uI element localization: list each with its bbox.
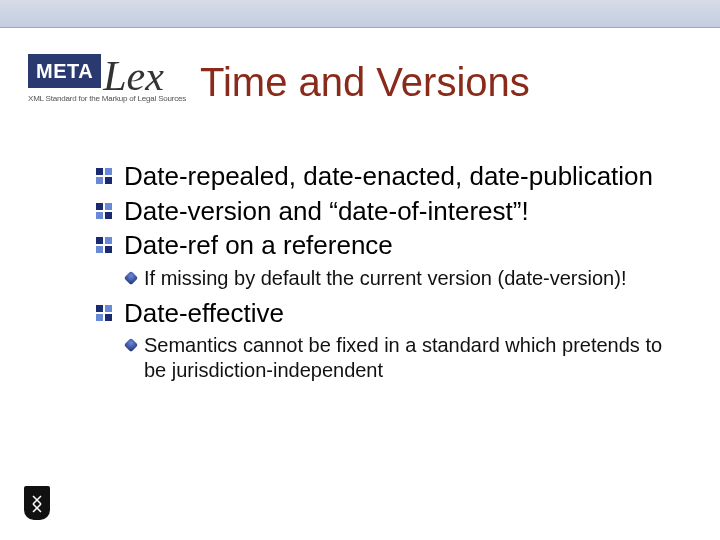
bullet-level2: Semantics cannot be fixed in a standard … — [126, 333, 680, 383]
svg-rect-0 — [96, 168, 103, 175]
svg-rect-14 — [96, 314, 103, 321]
bullet-icon — [96, 305, 112, 321]
bullet-level1: Date-effective — [96, 297, 680, 330]
svg-rect-13 — [105, 305, 112, 312]
svg-rect-12 — [96, 305, 103, 312]
metalex-logo: META Lex XML Standard for the Markup of … — [28, 54, 188, 103]
svg-rect-7 — [105, 212, 112, 219]
slide-content: Date-repealed, date-enacted, date-public… — [96, 160, 680, 389]
bullet-level2: If missing by default the current versio… — [126, 266, 680, 291]
bullet-icon — [96, 203, 112, 219]
svg-rect-9 — [105, 237, 112, 244]
logo-top-row: META Lex — [28, 54, 188, 88]
bullet-level1: Date-ref on a reference — [96, 229, 680, 262]
slide-title: Time and Versions — [200, 60, 530, 105]
svg-rect-8 — [96, 237, 103, 244]
svg-rect-6 — [96, 212, 103, 219]
logo-meta-box: META — [28, 54, 101, 88]
svg-rect-2 — [96, 177, 103, 184]
bullet-text: Date-effective — [124, 298, 284, 328]
svg-rect-10 — [96, 246, 103, 253]
svg-rect-15 — [105, 314, 112, 321]
bullet-icon — [96, 237, 112, 253]
emblem-icon — [29, 492, 45, 514]
bullet-level1: Date-repealed, date-enacted, date-public… — [96, 160, 680, 193]
bullet-text: Date-ref on a reference — [124, 230, 393, 260]
svg-rect-4 — [96, 203, 103, 210]
svg-rect-5 — [105, 203, 112, 210]
svg-rect-1 — [105, 168, 112, 175]
bullet-level1: Date-version and “date-of-interest”! — [96, 195, 680, 228]
svg-rect-3 — [105, 177, 112, 184]
svg-rect-11 — [105, 246, 112, 253]
window-top-bar — [0, 0, 720, 28]
logo-lex-script: Lex — [103, 60, 164, 94]
bullet-icon — [96, 168, 112, 184]
bullet-text: Date-version and “date-of-interest”! — [124, 196, 529, 226]
bullet-text: Date-repealed, date-enacted, date-public… — [124, 161, 653, 191]
subbullet-text: Semantics cannot be fixed in a standard … — [144, 334, 662, 381]
subbullet-text: If missing by default the current versio… — [144, 267, 626, 289]
corner-emblem — [24, 486, 50, 520]
